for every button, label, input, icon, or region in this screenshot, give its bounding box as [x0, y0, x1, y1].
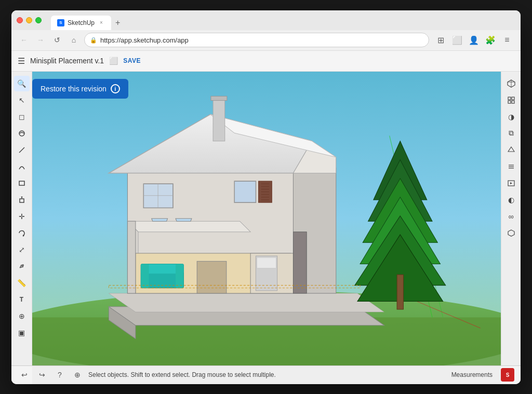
restore-label: Restore this revision: [41, 85, 107, 93]
status-text: Select objects. Shift to extend select. …: [88, 371, 447, 378]
help-button[interactable]: ?: [53, 368, 66, 382]
tool-line[interactable]: [14, 142, 30, 158]
svg-line-1: [19, 147, 24, 153]
tool-standard-views[interactable]: [503, 92, 519, 108]
tool-shadows[interactable]: ◐: [503, 192, 519, 208]
tabs-bar: S SketchUp × +: [51, 10, 124, 30]
viewport-area: Restore this revision i 🔍 ↖ ◻: [11, 72, 521, 384]
tool-section[interactable]: ▣: [14, 325, 30, 341]
info-icon: i: [111, 84, 120, 93]
tool-arc[interactable]: [14, 159, 30, 174]
tool-orbit[interactable]: [14, 126, 30, 141]
tool-extension[interactable]: [503, 225, 519, 241]
undo-button[interactable]: ↩: [18, 368, 31, 382]
browser-window: S SketchUp × + ← → ↺ ⌂ 🔒 https://app.ske…: [11, 10, 521, 384]
tab-close-button[interactable]: ×: [98, 19, 105, 26]
url-bar-input[interactable]: 🔒 https://app.sketchup.com/app: [84, 33, 429, 47]
svg-rect-2: [19, 181, 24, 185]
hamburger-menu-button[interactable]: ☰: [18, 56, 25, 66]
folder-button[interactable]: ⬜: [109, 57, 118, 65]
svg-marker-38: [127, 221, 250, 232]
reader-view-button[interactable]: ⬜: [450, 33, 464, 47]
svg-rect-63: [257, 257, 276, 268]
tool-fog[interactable]: ∞: [503, 209, 519, 224]
svg-rect-13: [508, 101, 511, 103]
tool-move[interactable]: ✛: [14, 209, 30, 224]
svg-rect-42: [143, 184, 173, 208]
minimize-window-button[interactable]: [26, 17, 32, 23]
redo-button[interactable]: ↪: [35, 368, 49, 382]
svg-rect-74: [397, 275, 403, 309]
svg-marker-20: [510, 182, 512, 184]
traffic-lights: [17, 17, 42, 23]
url-text: https://app.sketchup.com/app: [100, 36, 423, 44]
tool-components[interactable]: ⧉: [503, 126, 519, 141]
svg-marker-30: [109, 293, 384, 312]
forward-button[interactable]: →: [34, 34, 47, 46]
svg-rect-59: [141, 264, 149, 288]
tool-axes[interactable]: ⊕: [14, 308, 30, 324]
app-title: Minisplit Placement v.1: [30, 57, 104, 65]
svg-rect-11: [508, 97, 511, 100]
svg-rect-14: [512, 101, 514, 103]
tool-tape[interactable]: 📏: [14, 275, 30, 291]
tool-paint[interactable]: [14, 259, 30, 274]
tool-layers[interactable]: [503, 159, 519, 174]
tool-select[interactable]: ↖: [14, 92, 30, 108]
tab-label: SketchUp: [68, 19, 95, 26]
save-button[interactable]: SAVE: [123, 57, 141, 64]
home-button[interactable]: ⌂: [68, 34, 80, 46]
tool-rectangle[interactable]: [14, 175, 30, 191]
svg-rect-66: [293, 232, 307, 293]
browser-menu-button[interactable]: ≡: [500, 33, 514, 47]
tool-search[interactable]: 🔍: [14, 76, 30, 91]
browser-toolbar-icons: ⊞ ⬜ 👤 🧩 ≡: [433, 33, 514, 47]
svg-marker-5: [21, 196, 23, 197]
app-toolbar: ☰ Minisplit Placement v.1 ⬜ SAVE: [11, 51, 521, 72]
svg-marker-15: [508, 147, 514, 152]
close-window-button[interactable]: [17, 17, 23, 23]
reload-button[interactable]: ↺: [51, 34, 63, 46]
svg-marker-41: [176, 219, 192, 221]
svg-rect-36: [213, 98, 225, 141]
scene-canvas: [32, 72, 501, 365]
back-button[interactable]: ←: [18, 34, 30, 46]
tool-materials[interactable]: [503, 142, 519, 158]
svg-marker-40: [152, 219, 168, 221]
right-toolbar: ◑ ⧉ ◐ ∞: [501, 72, 521, 384]
tab-favicon: S: [57, 19, 64, 26]
tool-display-mode[interactable]: ◑: [503, 109, 519, 125]
new-tab-button[interactable]: +: [111, 16, 124, 30]
tool-scenes[interactable]: [503, 175, 519, 191]
lock-icon: 🔒: [90, 37, 97, 44]
tool-scale[interactable]: ⤢: [14, 242, 30, 257]
svg-rect-46: [234, 181, 256, 202]
tool-cube-view[interactable]: [503, 76, 519, 91]
svg-rect-60: [176, 264, 183, 288]
restore-banner[interactable]: Restore this revision i: [32, 79, 128, 99]
bottom-bar: ↩ ↪ ? ⊕ Select objects. Shift to extend …: [11, 365, 521, 384]
account-button[interactable]: 👤: [467, 33, 481, 47]
bookmarks-button[interactable]: ⊞: [433, 33, 448, 47]
svg-rect-65: [127, 221, 135, 293]
sketchup-logo: S: [501, 368, 514, 382]
maximize-window-button[interactable]: [35, 17, 42, 23]
url-bar: ← → ↺ ⌂ 🔒 https://app.sketchup.com/app ⊞…: [11, 30, 521, 51]
svg-rect-37: [211, 96, 227, 100]
svg-point-7: [22, 264, 24, 266]
tool-push-pull[interactable]: [14, 192, 30, 208]
svg-rect-3: [20, 199, 24, 202]
title-bar: S SketchUp × +: [11, 10, 521, 30]
app-area: ☰ Minisplit Placement v.1 ⬜ SAVE Restore…: [11, 51, 521, 384]
measurements-label: Measurements: [451, 371, 493, 378]
svg-rect-64: [197, 261, 227, 293]
tool-rotate[interactable]: [14, 225, 30, 241]
tab-sketchup[interactable]: S SketchUp ×: [51, 16, 111, 30]
tool-eraser[interactable]: ◻: [14, 109, 30, 125]
globe-button[interactable]: ⊕: [71, 368, 84, 382]
extensions-button[interactable]: 🧩: [483, 33, 498, 47]
svg-rect-12: [512, 97, 514, 100]
left-toolbar: 🔍 ↖ ◻: [11, 72, 32, 384]
svg-marker-21: [508, 230, 514, 236]
tool-text[interactable]: T: [14, 292, 30, 307]
